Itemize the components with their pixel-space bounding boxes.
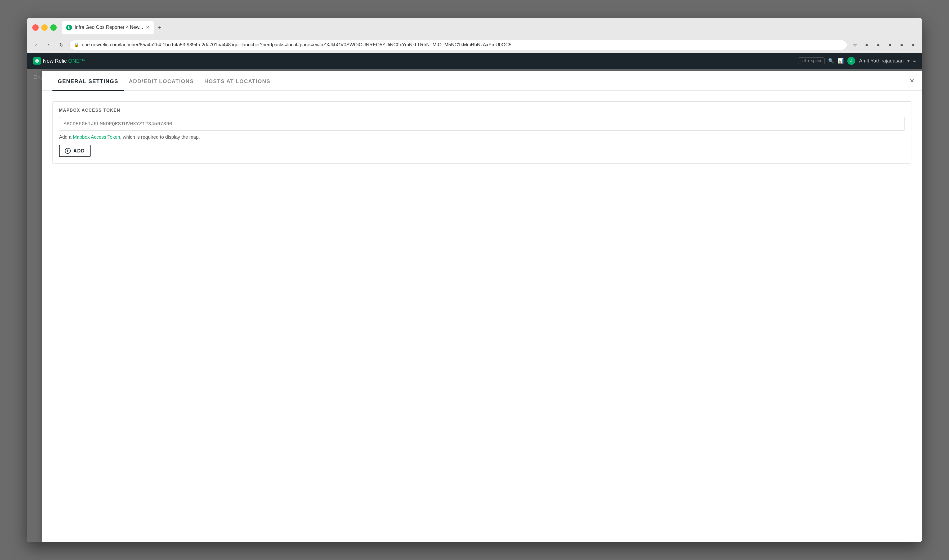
nav-bar: ‹ › ↻ 🔒 one.newrelic.com/launcher/85a4b2… (27, 37, 922, 53)
extension-icon-3[interactable]: ● (886, 40, 895, 49)
maximize-traffic-light[interactable] (50, 25, 57, 31)
lock-icon: 🔒 (74, 42, 79, 48)
bookmark-icon[interactable]: ☆ (850, 40, 860, 49)
tab-title: Infra Geo Ops Reporter < New... (75, 25, 143, 30)
extension-icon-4[interactable]: ● (897, 40, 906, 49)
mapbox-access-token-link[interactable]: Mapbox Access Token (73, 134, 120, 140)
nav-icons: ☆ ● ● ● ● ● (850, 40, 918, 49)
nr-toolbar-right: ctrl + space 🔍 📊 A Amit Yathirajadasan ▾… (798, 57, 916, 65)
tab-general-settings[interactable]: GENERAL SETTINGS (52, 71, 124, 90)
content-area: Origan ✕ GENERAL SETTINGS ADD/EDIT LOCAT… (27, 69, 922, 542)
modal-tabs: GENERAL SETTINGS ADD/EDIT LOCATIONS HOST… (42, 71, 922, 91)
nr-logo-text: New Relic ONE™ (43, 58, 85, 64)
back-button[interactable]: ‹ (31, 40, 41, 50)
mapbox-token-input[interactable] (59, 117, 905, 131)
extension-icon-1[interactable]: ● (862, 40, 871, 49)
helper-text: Add a Mapbox Access Token, which is requ… (59, 134, 905, 140)
minimize-traffic-light[interactable] (41, 25, 48, 31)
user-avatar[interactable]: A (847, 57, 855, 65)
close-traffic-light[interactable] (32, 25, 39, 31)
browser-window: N Infra Geo Ops Reporter < New... ✕ + ‹ … (27, 18, 922, 542)
chart-icon[interactable]: 📊 (838, 58, 844, 64)
tab-add-edit-locations[interactable]: ADD/EDIT LOCATIONS (124, 71, 199, 90)
nr-logo-icon (33, 57, 41, 65)
traffic-lights (32, 25, 57, 31)
refresh-button[interactable]: ↻ (57, 40, 66, 50)
forward-button[interactable]: › (44, 40, 54, 50)
active-tab[interactable]: N Infra Geo Ops Reporter < New... ✕ (62, 21, 154, 34)
keyboard-shortcut: ctrl + space (798, 57, 824, 64)
tab-bar: N Infra Geo Ops Reporter < New... ✕ + (62, 21, 917, 34)
section-label: MAPBOX ACCESS TOKEN (59, 108, 905, 113)
tab-hosts-at-locations[interactable]: HOSTS AT LOCATIONS (199, 71, 276, 90)
extension-icon-5[interactable]: ● (909, 40, 918, 49)
menu-icon[interactable]: ≡ (913, 58, 916, 63)
modal-body: MAPBOX ACCESS TOKEN Add a Mapbox Access … (42, 91, 922, 542)
title-bar: N Infra Geo Ops Reporter < New... ✕ + (27, 18, 922, 37)
modal-close-button[interactable]: ✕ (907, 76, 917, 86)
user-name[interactable]: Amit Yathirajadasan (859, 58, 903, 64)
nr-toolbar: New Relic ONE™ ctrl + space 🔍 📊 A Amit Y… (27, 53, 922, 69)
new-tab-button[interactable]: + (155, 23, 164, 32)
modal-panel: ✕ GENERAL SETTINGS ADD/EDIT LOCATIONS HO… (42, 71, 922, 542)
add-button[interactable]: + ADD (59, 145, 91, 157)
extension-icon-2[interactable]: ● (874, 40, 883, 49)
nr-logo[interactable]: New Relic ONE™ (33, 57, 85, 65)
chevron-down-icon[interactable]: ▾ (907, 58, 909, 63)
add-icon: + (65, 148, 71, 154)
tab-close-button[interactable]: ✕ (146, 25, 149, 30)
address-bar[interactable]: 🔒 one.newrelic.com/launcher/85a4b2b4-1bc… (69, 40, 847, 50)
address-text: one.newrelic.com/launcher/85a4b2b4-1bcd-… (82, 42, 515, 48)
tab-favicon: N (66, 25, 72, 31)
mapbox-token-section: MAPBOX ACCESS TOKEN Add a Mapbox Access … (52, 102, 911, 163)
search-icon[interactable]: 🔍 (828, 58, 834, 64)
svg-point-0 (35, 59, 39, 63)
